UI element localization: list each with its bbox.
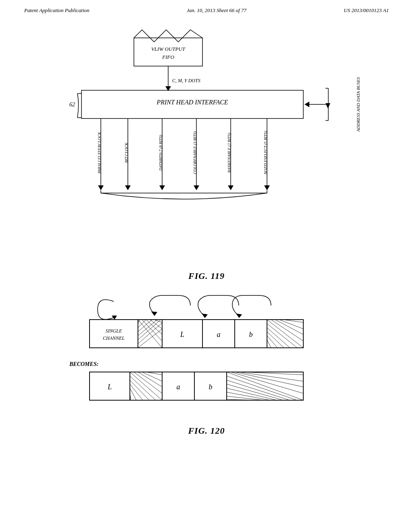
fig120-container: L a b SINGLE CHANNEL BECOMES: bbox=[24, 293, 389, 436]
svg-line-91 bbox=[130, 388, 136, 400]
svg-text:L: L bbox=[180, 330, 184, 339]
svg-line-69 bbox=[283, 320, 303, 322]
svg-text:COLORENABLE (3 BITS): COLORENABLE (3 BITS) bbox=[193, 131, 198, 174]
svg-marker-31 bbox=[228, 185, 234, 190]
svg-rect-43 bbox=[90, 320, 303, 348]
svg-text:b: b bbox=[209, 383, 213, 391]
svg-line-114 bbox=[227, 388, 277, 400]
svg-text:PARALLELXFERCLOCK: PARALLELXFERCLOCK bbox=[97, 131, 102, 174]
svg-text:VLIW OUTPUT: VLIW OUTPUT bbox=[151, 46, 186, 52]
svg-line-74 bbox=[267, 336, 277, 348]
svg-line-75 bbox=[267, 340, 271, 348]
svg-line-83 bbox=[130, 372, 162, 400]
svg-text:FIFO: FIFO bbox=[162, 54, 174, 60]
svg-line-89 bbox=[130, 380, 149, 400]
svg-line-56 bbox=[138, 329, 162, 348]
svg-marker-39 bbox=[112, 316, 117, 320]
svg-line-86 bbox=[142, 372, 162, 381]
fig120-label: FIG. 120 bbox=[24, 426, 389, 436]
svg-marker-19 bbox=[98, 185, 104, 190]
svg-marker-28 bbox=[194, 185, 199, 190]
svg-line-72 bbox=[267, 328, 290, 348]
svg-rect-79 bbox=[90, 372, 303, 400]
svg-text:DATABIT0-7 (8 BITS): DATABIT0-7 (8 BITS) bbox=[159, 135, 163, 171]
svg-marker-17 bbox=[325, 103, 330, 108]
svg-line-102 bbox=[231, 372, 303, 393]
svg-text:C, M, Y DOTS: C, M, Y DOTS bbox=[172, 78, 200, 83]
svg-line-55 bbox=[138, 323, 162, 344]
svg-marker-12 bbox=[305, 102, 309, 107]
svg-line-87 bbox=[146, 372, 162, 375]
svg-text:L: L bbox=[107, 383, 112, 391]
svg-text:NOZZLESELECT (5 BITS): NOZZLESELECT (5 BITS) bbox=[263, 131, 268, 175]
svg-marker-41 bbox=[202, 314, 208, 318]
svg-text:a: a bbox=[177, 383, 180, 391]
svg-line-88 bbox=[130, 376, 156, 400]
svg-line-101 bbox=[227, 372, 303, 400]
svg-text:CHANNEL: CHANNEL bbox=[103, 335, 125, 341]
svg-line-71 bbox=[267, 324, 297, 348]
svg-text:62: 62 bbox=[69, 102, 75, 108]
svg-marker-25 bbox=[159, 185, 165, 190]
fig119-svg: VLIW OUTPUT FIFO C, M, Y DOTS PRINT HEAD… bbox=[41, 26, 372, 268]
patent-header: Patent Application Publication Jan. 10, … bbox=[0, 0, 413, 14]
fig119-label: FIG. 119 bbox=[24, 271, 389, 281]
header-right: US 2013/0010123 A1 bbox=[344, 7, 389, 14]
svg-marker-42 bbox=[236, 314, 242, 318]
svg-text:a: a bbox=[217, 330, 221, 339]
svg-line-113 bbox=[227, 384, 283, 400]
fig120-svg: L a b SINGLE CHANNEL BECOMES: bbox=[65, 293, 348, 422]
svg-line-105 bbox=[243, 372, 303, 375]
svg-text:ADDRESS AND DATA BUSES: ADDRESS AND DATA BUSES bbox=[356, 77, 361, 132]
svg-text:PRINT HEAD INTERFACE: PRINT HEAD INTERFACE bbox=[156, 99, 228, 106]
svg-rect-0 bbox=[134, 38, 202, 66]
header-middle: Jan. 10, 2013 Sheet 66 of 77 bbox=[187, 7, 246, 14]
fig119-container: VLIW OUTPUT FIFO C, M, Y DOTS PRINT HEAD… bbox=[24, 26, 389, 281]
svg-line-84 bbox=[134, 372, 162, 393]
svg-rect-44 bbox=[90, 320, 138, 348]
svg-text:BANKENABLE (2 BITS): BANKENABLE (2 BITS) bbox=[227, 133, 232, 173]
svg-text:BIT CLOCK: BIT CLOCK bbox=[124, 142, 129, 163]
svg-text:SINGLE: SINGLE bbox=[106, 328, 122, 334]
header-left: Patent Application Publication bbox=[24, 7, 90, 14]
svg-line-53 bbox=[138, 320, 157, 336]
svg-marker-40 bbox=[151, 312, 157, 316]
svg-marker-22 bbox=[125, 185, 131, 190]
svg-text:BECOMES:: BECOMES: bbox=[69, 361, 98, 367]
svg-marker-34 bbox=[264, 185, 270, 190]
svg-text:b: b bbox=[249, 330, 253, 339]
